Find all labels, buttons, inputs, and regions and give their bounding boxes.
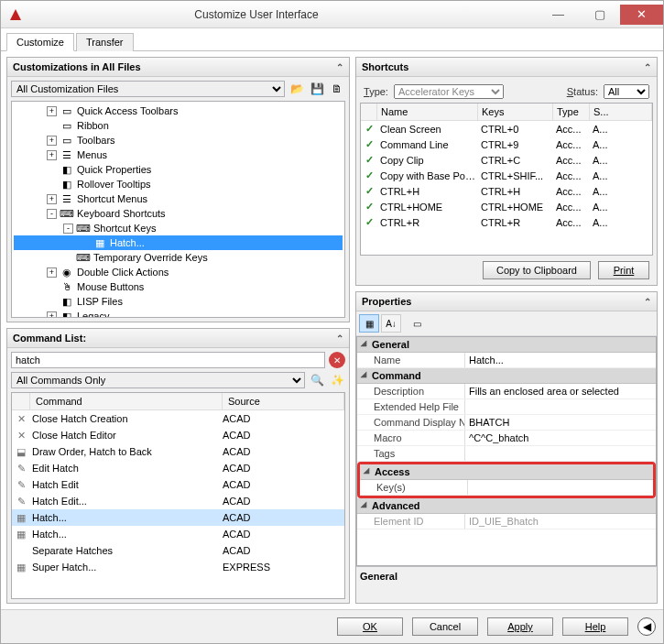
shortcut-row[interactable]: ✓CTRL+RCTRL+RAcc...A... — [361, 214, 652, 230]
shortcut-row[interactable]: ✓CTRL+HCTRL+HAcc...A... — [361, 183, 652, 199]
expand-icon[interactable]: - — [47, 209, 57, 219]
command-row[interactable]: ✎Hatch EditACAD — [12, 476, 344, 493]
command-row[interactable]: ✕Close Hatch CreationACAD — [12, 410, 344, 427]
command-row[interactable]: ⬓Draw Order, Hatch to BackACAD — [12, 443, 344, 460]
prop-keys-value[interactable] — [468, 480, 653, 495]
command-row[interactable]: ▦Hatch...ACAD — [12, 509, 344, 526]
prop-tags-value[interactable] — [465, 446, 656, 461]
prop-cdn-value[interactable]: BHATCH — [465, 415, 656, 430]
col-keys[interactable]: Keys — [478, 104, 553, 120]
tab-transfer[interactable]: Transfer — [76, 33, 134, 51]
command-row[interactable]: ▦Super Hatch...EXPRESS — [12, 559, 344, 575]
maximize-button[interactable]: ▢ — [579, 5, 620, 25]
col-source[interactable]: Source — [223, 393, 344, 409]
cat-command[interactable]: Command — [357, 368, 656, 384]
check-icon: ✓ — [361, 201, 377, 213]
property-pages-icon[interactable]: ▭ — [407, 314, 427, 333]
expand-icon[interactable]: + — [47, 136, 57, 146]
tree-node[interactable]: +☰Shortcut Menus — [14, 191, 343, 206]
command-filter-select[interactable]: All Commands Only — [11, 372, 305, 388]
collapse-icon[interactable]: ⌃ — [336, 333, 343, 344]
expand-icon[interactable]: + — [47, 106, 57, 116]
print-button[interactable]: Print — [598, 261, 649, 279]
sc-keys: CTRL+SHIF... — [478, 170, 553, 181]
check-icon: ✓ — [361, 138, 377, 150]
tree-node[interactable]: ◧LISP Files — [14, 294, 343, 309]
new-command-icon[interactable]: ✨ — [329, 372, 345, 388]
tree-node[interactable]: +▭Quick Access Toolbars — [14, 104, 343, 118]
col-source[interactable]: S... — [590, 104, 652, 120]
node-label: Shortcut Menus — [77, 193, 147, 204]
tree-node[interactable]: +◧Legacy — [14, 309, 343, 318]
expand-icon[interactable]: + — [47, 267, 57, 278]
command-list-view[interactable]: Command Source ✕Close Hatch CreationACAD… — [11, 392, 345, 599]
ok-button[interactable]: OK — [337, 617, 403, 636]
copy-to-clipboard-button[interactable]: Copy to Clipboard — [483, 261, 591, 279]
command-search-input[interactable] — [11, 352, 325, 368]
col-type[interactable]: Type — [553, 104, 590, 120]
shortcut-row[interactable]: ✓Copy with Base PointCTRL+SHIF...Acc...A… — [361, 168, 652, 183]
collapse-icon[interactable]: ⌃ — [644, 62, 651, 72]
collapse-icon[interactable]: ⌃ — [644, 297, 651, 307]
tree-node[interactable]: +▭Toolbars — [14, 133, 343, 147]
node-icon: 🖱 — [60, 279, 74, 294]
properties-title: Properties — [362, 296, 411, 307]
collapse-icon[interactable]: ⌃ — [336, 62, 343, 72]
tree-node[interactable]: -⌨Keyboard Shortcuts — [14, 206, 343, 221]
tree-node[interactable]: 🖱Mouse Buttons — [14, 279, 343, 294]
tree-node[interactable]: +☰Menus — [14, 147, 343, 162]
tree-node[interactable]: ⌨Temporary Override Keys — [14, 250, 343, 265]
save-all-icon[interactable]: 🗎 — [329, 81, 345, 97]
cat-access[interactable]: Access — [360, 464, 653, 480]
prop-macro-value[interactable]: ^C^C_bhatch — [465, 431, 656, 445]
categorized-icon[interactable]: ▦ — [359, 314, 379, 333]
tree-node[interactable]: ▭Ribbon — [14, 118, 343, 133]
cmd-source: EXPRESS — [223, 562, 344, 573]
shortcut-row[interactable]: ✓Copy ClipCTRL+CAcc...A... — [361, 152, 652, 168]
command-row[interactable]: ✕Close Hatch EditorACAD — [12, 427, 344, 443]
customization-filter-select[interactable]: All Customization Files — [11, 81, 285, 97]
minimize-button[interactable]: — — [538, 5, 579, 25]
command-row[interactable]: ▦Hatch...ACAD — [12, 526, 344, 542]
col-name[interactable]: Name — [377, 104, 478, 120]
expand-icon[interactable]: + — [47, 150, 57, 160]
shortcut-row[interactable]: ✓Clean ScreenCTRL+0Acc...A... — [361, 121, 652, 136]
tree-node[interactable]: +◉Double Click Actions — [14, 265, 343, 279]
tab-customize[interactable]: Customize — [6, 33, 74, 51]
find-icon[interactable]: 🔍 — [309, 372, 325, 388]
prop-ehf-value[interactable] — [465, 399, 656, 414]
tree-node[interactable]: ◧Quick Properties — [14, 162, 343, 177]
col-command[interactable]: Command — [30, 393, 223, 409]
cat-general[interactable]: General — [357, 337, 656, 353]
status-select[interactable]: All — [604, 84, 649, 99]
type-select[interactable]: Accelerator Keys — [394, 84, 504, 99]
save-icon[interactable]: 💾 — [309, 81, 325, 97]
command-row[interactable]: ✎Hatch Edit...ACAD — [12, 493, 344, 509]
properties-grid[interactable]: General NameHatch... Command Description… — [356, 336, 657, 566]
cat-advanced[interactable]: Advanced — [357, 498, 656, 514]
prop-name-value[interactable]: Hatch... — [465, 353, 656, 367]
command-row[interactable]: ✎Edit HatchACAD — [12, 460, 344, 476]
apply-button[interactable]: Apply — [487, 617, 553, 636]
close-button[interactable]: ✕ — [620, 5, 663, 25]
clear-search-icon[interactable]: ✕ — [329, 352, 345, 368]
tree-node[interactable]: ▦Hatch... — [14, 235, 343, 250]
alphabetical-icon[interactable]: A↓ — [381, 314, 401, 333]
node-label: Legacy — [77, 311, 109, 318]
customizations-tree[interactable]: +▭Quick Access Toolbars▭Ribbon+▭Toolbars… — [11, 101, 345, 318]
shortcut-row[interactable]: ✓Command LineCTRL+9Acc...A... — [361, 136, 652, 152]
tree-node[interactable]: -⌨Shortcut Keys — [14, 221, 343, 235]
help-button[interactable]: Help — [562, 617, 628, 636]
cancel-button[interactable]: Cancel — [412, 617, 478, 636]
open-icon[interactable]: 📂 — [288, 81, 305, 97]
shortcut-row[interactable]: ✓CTRL+HOMECTRL+HOMEAcc...A... — [361, 199, 652, 214]
expand-icon[interactable]: + — [47, 311, 57, 319]
context-help-icon[interactable]: ◀ — [637, 617, 656, 636]
shortcuts-table[interactable]: Name Keys Type S... ✓Clean ScreenCTRL+0A… — [360, 103, 653, 256]
expand-icon[interactable]: + — [47, 194, 57, 204]
command-row[interactable]: Separate HatchesACAD — [12, 542, 344, 559]
expand-icon[interactable]: - — [63, 224, 73, 234]
sc-source: A... — [590, 170, 652, 181]
tree-node[interactable]: ◧Rollover Tooltips — [14, 177, 343, 191]
prop-desc-value[interactable]: Fills an enclosed area or selected — [465, 384, 656, 398]
